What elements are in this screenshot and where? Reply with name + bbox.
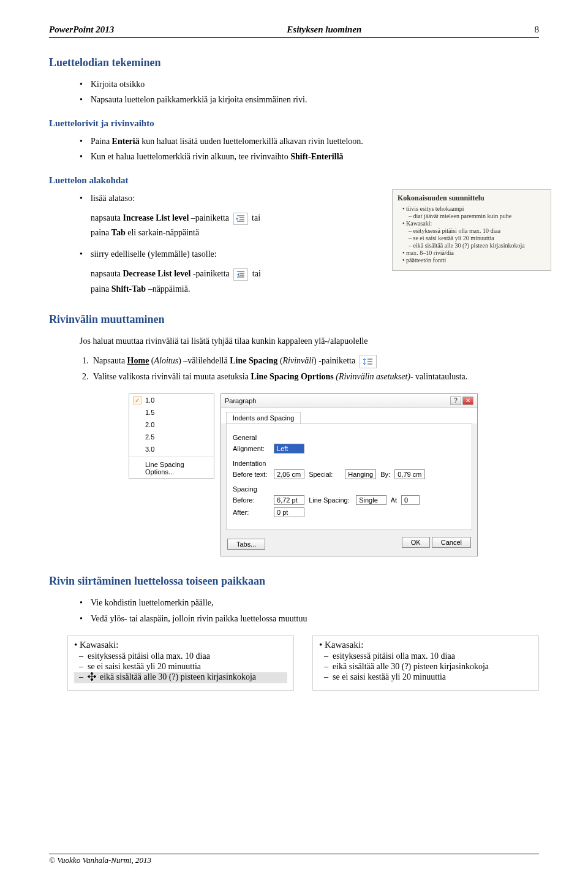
- underlined-text: Home: [127, 356, 149, 365]
- paragraph-dialog: Paragraph ? ✕ Indents and Spacing Genera…: [221, 393, 478, 556]
- dialog-tabrow: Indents and Spacing: [221, 408, 477, 423]
- window-controls: ? ✕: [450, 396, 473, 405]
- menu-item-2-5[interactable]: 2.5: [129, 431, 214, 443]
- dialog-button-row: Tabs... OK Cancel: [221, 535, 477, 556]
- thumb-line: eikä sisältää alle 30 (?) pisteen kirjas…: [398, 242, 546, 249]
- menu-item-1-0[interactable]: 1.0: [129, 394, 214, 406]
- after-label: After:: [233, 509, 270, 516]
- menu-item-3-0[interactable]: 3.0: [129, 443, 214, 455]
- by-label: By:: [380, 471, 390, 478]
- text: –näppäimiä.: [146, 284, 190, 294]
- list-item: Vie kohdistin luettelomerkin päälle,: [80, 596, 539, 610]
- text: –painiketta: [189, 213, 229, 222]
- before-label: Before:: [233, 496, 270, 504]
- text: Paina: [91, 137, 112, 146]
- text: Kun et halua luettelomerkkiä rivin alkuu…: [91, 152, 290, 161]
- alignment-label: Alignment:: [233, 445, 270, 452]
- increase-list-text: napsauta Increase List level –painiketta…: [49, 211, 374, 240]
- thumb-line: Kawasaki:: [398, 220, 546, 227]
- panel-line: eikä sisältää alle 30 (?) pisteen kirjas…: [319, 662, 532, 672]
- page-header: PowerPoint 2013 Esityksen luominen 8: [49, 25, 539, 35]
- group-indentation: Indentation Before text: 2,06 cm Special…: [233, 460, 466, 479]
- text: ) -painiketta: [314, 356, 355, 365]
- menu-divider: [129, 457, 214, 457]
- bold-text: Shift-Enterillä: [290, 152, 343, 161]
- help-icon[interactable]: ?: [450, 396, 461, 405]
- list-item: Vedä ylös- tai alaspäin, jolloin rivin p…: [80, 612, 539, 626]
- slide-thumbnail: Kokonaisuuden suunnittelu tiivis esitys …: [392, 189, 551, 271]
- before-text-label: Before text:: [233, 471, 270, 478]
- move-example-panels: Kawasaki: esityksessä pitäisi olla max. …: [49, 635, 539, 691]
- list-item: Kirjoita otsikko: [80, 78, 539, 91]
- group-spacing: Spacing Before: 6,72 pt Line Spacing: Si…: [233, 485, 466, 517]
- by-input[interactable]: 0,79 cm: [394, 469, 425, 479]
- ok-button[interactable]: OK: [402, 537, 430, 548]
- panel-top: Kawasaki:: [74, 640, 287, 650]
- italic-text: (Rivinvälin asetukset): [336, 372, 410, 381]
- thumb-title: Kokonaisuuden suunnittelu: [398, 194, 546, 203]
- list-item: Napsauta Home (Aloitus) –välilehdellä Li…: [91, 354, 539, 368]
- footer-rule: [49, 854, 539, 854]
- text: Napsauta: [93, 356, 127, 365]
- at-label: At: [391, 496, 397, 504]
- list-item: Paina Enteriä kun haluat lisätä uuden lu…: [80, 135, 539, 148]
- text: eikä sisältää alle 30 (?) pisteen kirjas…: [100, 672, 256, 681]
- tab-indents-spacing[interactable]: Indents and Spacing: [226, 412, 301, 423]
- decrease-list-text: napsauta Decrease List level -painiketta…: [49, 267, 374, 296]
- header-page-number: 8: [535, 25, 540, 35]
- thumb-line: päätteetön fontti: [398, 257, 546, 264]
- linespacing-select[interactable]: Single: [356, 495, 386, 505]
- tabs-button[interactable]: Tabs...: [227, 539, 265, 550]
- text: - valintataulusta.: [410, 372, 467, 381]
- text: -painiketta: [190, 269, 229, 278]
- line-spacing-menu: 1.0 1.5 2.0 2.5 3.0 Line Spacing Options…: [129, 393, 214, 479]
- menu-item-2-0[interactable]: 2.0: [129, 419, 214, 431]
- thumb-line: se ei saisi kestää yli 20 minuuttia: [398, 235, 546, 241]
- bold-text: Line Spacing Oprtions: [251, 372, 336, 381]
- bold-text: Enteriä: [112, 137, 140, 146]
- text: (: [277, 356, 282, 365]
- group-label: Indentation: [233, 460, 466, 467]
- increase-indent-icon: [233, 213, 248, 225]
- section-rivinvali-title: Rivinvälin muuttaminen: [49, 313, 539, 326]
- section5-list: Vie kohdistin luettelomerkin päälle, Ved…: [49, 596, 539, 626]
- footer-text: © Vuokko Vanhala-Nurmi, 2013: [49, 855, 539, 865]
- at-input[interactable]: 0: [401, 495, 420, 505]
- section1-list: Kirjoita otsikko Napsauta luettelon paik…: [49, 78, 539, 107]
- dialog-title: Paragraph: [225, 397, 256, 404]
- text: tai: [252, 213, 260, 222]
- linespacing-label: Line Spacing:: [309, 496, 352, 504]
- italic-text: Aloitus: [154, 356, 179, 365]
- text: kun haluat lisätä uuden luettelomerkillä…: [140, 137, 363, 146]
- section3-list: lisää alataso:: [49, 192, 374, 205]
- list-item: lisää alataso:: [80, 192, 374, 205]
- text: napsauta: [91, 269, 123, 278]
- after-input[interactable]: 0 pt: [274, 507, 304, 517]
- group-label: Spacing: [233, 485, 466, 493]
- close-icon[interactable]: ✕: [462, 396, 473, 405]
- section2-list: Paina Enteriä kun haluat lisätä uuden lu…: [49, 135, 539, 164]
- special-select[interactable]: Hanging: [345, 469, 376, 479]
- section-luettelodian-title: Luettelodian tekeminen: [49, 56, 539, 69]
- dialog-titlebar: Paragraph ? ✕: [221, 394, 477, 408]
- alignment-select[interactable]: Left: [274, 444, 304, 453]
- page-footer: © Vuokko Vanhala-Nurmi, 2013: [49, 854, 539, 865]
- bold-text: Tab: [111, 228, 126, 237]
- panel-line: se ei saisi kestää yli 20 minuuttia: [319, 672, 532, 682]
- bold-text: Increase List level: [123, 213, 189, 222]
- move-cursor-icon: [88, 672, 99, 683]
- text: (: [149, 356, 154, 365]
- before-text-input[interactable]: 2,06 cm: [274, 469, 304, 479]
- before-input[interactable]: 6,72 pt: [274, 495, 304, 505]
- line-spacing-icon: [360, 355, 377, 368]
- cancel-button[interactable]: Cancel: [432, 537, 471, 548]
- menu-item-options[interactable]: Line Spacing Options...: [129, 458, 214, 478]
- panel-line: se ei saisi kestää yli 20 minuuttia: [74, 662, 287, 672]
- panel-line: esityksessä pitäisi olla max. 10 diaa: [319, 651, 532, 661]
- bold-text: Decrease List level: [123, 269, 190, 278]
- menu-item-1-5[interactable]: 1.5: [129, 406, 214, 419]
- bold-text: Line Spacing: [230, 356, 277, 365]
- panel-after: Kawasaki: esityksessä pitäisi olla max. …: [312, 635, 539, 691]
- section-luettelorivit-title: Luettelorivit ja rivinvaihto: [49, 118, 539, 129]
- section-rivin-siirtaminen-title: Rivin siirtäminen luettelossa toiseen pa…: [49, 575, 539, 588]
